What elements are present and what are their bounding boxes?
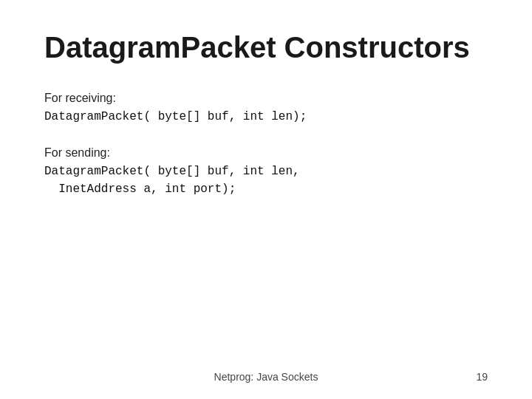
- footer-page-number: 19: [476, 371, 488, 383]
- slide-title: DatagramPacket Constructors: [44, 30, 488, 65]
- slide: DatagramPacket Constructors For receivin…: [0, 0, 532, 399]
- slide-footer: Netprog: Java Sockets 19: [0, 371, 532, 383]
- receiving-section: For receiving: DatagramPacket( byte[] bu…: [44, 92, 488, 126]
- footer-text: Netprog: Java Sockets: [0, 371, 532, 383]
- sending-code: DatagramPacket( byte[] buf, int len, Ine…: [44, 163, 488, 198]
- receiving-label: For receiving:: [44, 92, 488, 105]
- sending-label: For sending:: [44, 146, 488, 160]
- receiving-code: DatagramPacket( byte[] buf, int len);: [44, 108, 488, 126]
- sending-section: For sending: DatagramPacket( byte[] buf,…: [44, 146, 488, 198]
